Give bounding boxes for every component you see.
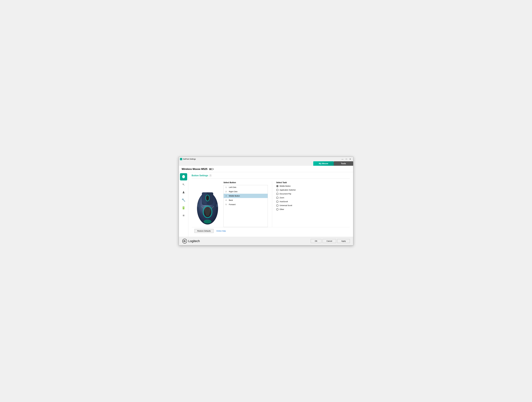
svg-rect-10 [206,207,209,216]
ok-button[interactable]: OK [311,239,321,243]
device-name: Wireless Mouse M525 [182,168,207,171]
main-content: Wireless Mouse M525 [179,166,353,237]
svg-rect-21 [216,204,218,207]
section-title-row: Button Settings ? [192,174,350,177]
brand-name: Logitech [188,239,200,243]
bottom-bar: G Logitech OK Cancel Apply [179,237,353,245]
task-label-document-flip: Document Flip [279,193,291,195]
radio-other[interactable] [276,208,279,211]
battery-sidebar-icon: 🔋 [182,206,185,210]
mouse-illustration [194,184,221,227]
button-list: 1 Left Click 2 Right Click 3 Middle Butt… [223,185,268,227]
button-item-5[interactable]: 5 Forward [224,202,268,207]
radio-inner-middle-button [277,185,278,187]
restore-defaults-button[interactable]: Restore Defaults [194,229,214,233]
button-item-3[interactable]: 3 Middle Button [224,194,268,198]
logitech-logo: G Logitech [182,239,200,244]
task-label-application-switcher: Application Switcher [279,189,296,191]
game-icon: ♟ [182,191,185,194]
tab-tools[interactable]: Tools [334,161,353,166]
content-body: ↖ ♟ 🔧 🔋 ✳ Button Settings [179,172,353,237]
help-badge[interactable]: ? [209,174,212,177]
task-label-middle-button: Middle Button [279,185,291,187]
task-item-autoscroll[interactable]: AutoScroll [276,200,312,203]
tab-bar: My Mouse Tools [179,161,353,166]
button-item-1[interactable]: 1 Left Click [224,185,268,189]
radio-universal-scroll[interactable] [276,204,279,207]
svg-point-19 [204,220,211,223]
radio-autoscroll[interactable] [276,200,279,203]
section-title-text: Button Settings [192,174,208,177]
task-item-application-switcher[interactable]: Application Switcher [276,189,312,191]
logitech-logo-icon: G [182,239,187,244]
sidebar-item-pointer[interactable]: ↖ [180,181,187,188]
sidebar-item-extra[interactable]: 🔧 [180,197,187,204]
advanced-icon: ✳ [182,214,185,217]
mouse-image-area [192,181,223,227]
title-bar: G SetPoint Settings — □ ✕ [179,157,353,161]
footer-area: Restore Defaults Online Help [192,227,350,235]
radio-document-flip[interactable] [276,193,279,195]
radio-zoom[interactable] [276,197,279,199]
task-item-other[interactable]: Other [276,208,312,211]
svg-text:G: G [184,240,186,242]
task-list: Middle Button Application Switcher Docum… [276,185,312,211]
main-window: G SetPoint Settings — □ ✕ My Mouse Tools… [179,157,353,245]
sidebar-item-battery[interactable]: 🔋 [180,204,187,211]
app-title: SetPoint Settings [183,158,341,160]
select-button-title: Select Button [223,181,268,184]
button-item-4[interactable]: 4 Back [224,198,268,202]
svg-text:G: G [181,159,182,160]
task-item-document-flip[interactable]: Document Flip [276,193,312,195]
task-item-zoom[interactable]: Zoom [276,197,312,199]
extra-icon: 🔧 [182,198,185,202]
cancel-button[interactable]: Cancel [323,239,336,243]
select-task-panel: Select Task Middle Button [276,181,312,227]
sidebar-item-advanced[interactable]: ✳ [180,212,187,219]
task-label-other: Other [279,208,284,210]
button-item-2[interactable]: 2 Right Click [224,189,268,194]
task-item-middle-button[interactable]: Middle Button [276,185,312,187]
online-help-link[interactable]: Online Help [216,230,226,232]
minimize-button[interactable]: — [341,158,344,160]
maximize-button[interactable]: □ [345,158,348,160]
sidebar-item-game[interactable]: ♟ [180,189,187,196]
tab-my-mouse[interactable]: My Mouse [313,161,334,166]
mouse-icon [182,175,185,179]
bottom-buttons: OK Cancel Apply [311,239,350,243]
window-controls: — □ ✕ [341,158,352,160]
select-button-panel: Select Button 1 Left Click 2 Right Click [223,181,268,227]
right-panel: Button Settings ? [188,172,353,237]
sidebar: ↖ ♟ 🔧 🔋 ✳ [179,172,188,237]
close-button[interactable]: ✕ [348,158,352,160]
radio-application-switcher[interactable] [276,189,279,191]
task-label-universal-scroll: Universal Scroll [279,204,292,206]
sidebar-item-button-settings[interactable] [180,173,187,180]
settings-row: Select Button 1 Left Click 2 Right Click [192,181,350,227]
app-icon: G [180,158,182,160]
pointer-icon: ↖ [182,183,185,186]
select-task-title: Select Task [276,181,312,184]
task-label-zoom: Zoom [279,197,284,199]
battery-icon [209,168,214,170]
device-header: Wireless Mouse M525 [179,166,353,172]
apply-button[interactable]: Apply [337,239,350,243]
svg-point-18 [206,196,209,200]
svg-rect-20 [197,204,198,207]
task-label-autoscroll: AutoScroll [279,200,288,203]
radio-middle-button[interactable] [276,185,279,187]
task-item-universal-scroll[interactable]: Universal Scroll [276,204,312,207]
